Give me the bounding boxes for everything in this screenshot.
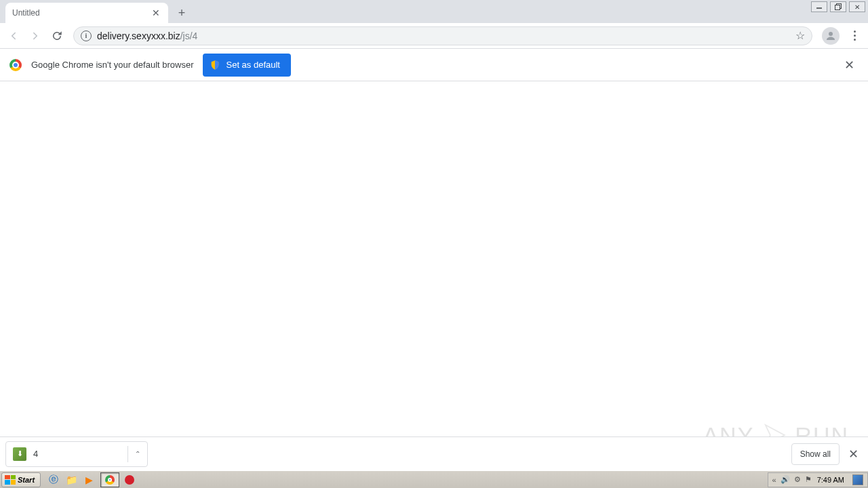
media-icon[interactable]: ▶ [81, 473, 96, 487]
back-button[interactable] [4, 26, 23, 45]
browser-tab[interactable]: Untitled ✕ [5, 3, 168, 23]
tray-expand-icon[interactable]: « [772, 476, 776, 484]
shield-icon [210, 60, 220, 70]
download-shelf-close-button[interactable]: ✕ [844, 445, 863, 464]
show-desktop-button[interactable] [852, 474, 863, 485]
new-tab-button[interactable]: + [172, 3, 191, 22]
svg-rect-2 [835, 5, 840, 10]
svg-point-3 [829, 32, 833, 36]
default-browser-infobar: Google Chrome isn't your default browser… [0, 49, 868, 81]
download-chevron-icon[interactable]: ⌃ [127, 446, 140, 462]
download-filename: 4 [33, 449, 121, 459]
bookmark-star-icon[interactable]: ☆ [795, 29, 805, 42]
close-window-button[interactable]: ✕ [849, 1, 865, 12]
chrome-logo-icon [9, 59, 22, 71]
tab-title: Untitled [12, 8, 151, 18]
opera-icon[interactable] [122, 473, 137, 487]
taskbar-chrome-button[interactable] [100, 472, 119, 487]
close-tab-icon[interactable]: ✕ [151, 7, 161, 18]
explorer-icon[interactable]: 📁 [64, 473, 79, 487]
windows-taskbar: Start ⓔ 📁 ▶ « 🔊 ⚙ ⚑ 7:49 AM [0, 470, 868, 488]
system-tray: « 🔊 ⚙ ⚑ 7:49 AM [768, 472, 868, 487]
flag-icon[interactable]: ⚑ [805, 475, 812, 484]
browser-toolbar: i delivery.sexyxxx.biz/js/4 ☆ [0, 23, 868, 49]
windows-flag-icon [5, 475, 16, 485]
infobar-close-button[interactable]: ✕ [840, 56, 859, 75]
tab-strip: Untitled ✕ + ✕ [0, 0, 868, 23]
show-all-downloads-button[interactable]: Show all [791, 443, 840, 465]
page-content [0, 81, 868, 436]
address-bar[interactable]: i delivery.sexyxxx.biz/js/4 ☆ [73, 26, 812, 45]
chrome-menu-button[interactable] [845, 26, 864, 45]
download-shelf: ⬇ 4 ⌃ Show all ✕ [0, 436, 868, 470]
maximize-button[interactable] [830, 1, 846, 12]
taskbar-clock[interactable]: 7:49 AM [816, 476, 846, 484]
ie-icon[interactable]: ⓔ [46, 473, 61, 487]
forward-button[interactable] [26, 26, 45, 45]
reload-button[interactable] [47, 26, 66, 45]
tray-app-icon[interactable]: ⚙ [794, 475, 801, 484]
set-as-default-button[interactable]: Set as default [203, 54, 291, 77]
download-file-icon: ⬇ [13, 447, 26, 461]
volume-icon[interactable]: 🔊 [781, 475, 790, 484]
profile-avatar[interactable] [822, 27, 840, 45]
quick-launch: ⓔ 📁 ▶ [46, 472, 137, 487]
minimize-button[interactable] [811, 1, 827, 12]
window-controls: ✕ [811, 1, 865, 12]
site-info-icon[interactable]: i [81, 30, 92, 41]
infobar-message: Google Chrome isn't your default browser [31, 60, 193, 70]
start-button[interactable]: Start [1, 472, 41, 487]
download-item[interactable]: ⬇ 4 ⌃ [5, 441, 148, 467]
url-text: delivery.sexyxxx.biz/js/4 [97, 30, 197, 41]
